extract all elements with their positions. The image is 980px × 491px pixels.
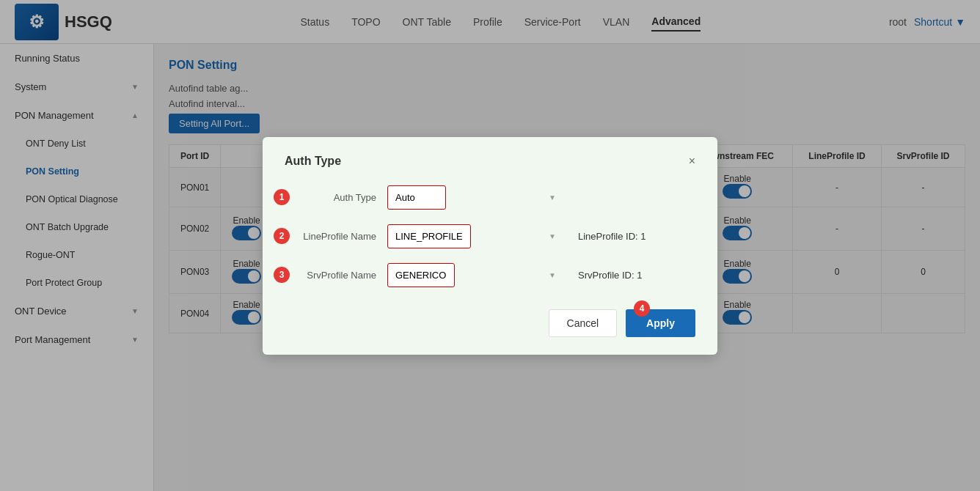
line-profile-select-wrapper: LINE_PROFILE — [387, 224, 563, 248]
auth-type-row: 1 Auth Type Auto Manual Password — [285, 185, 695, 210]
srv-profile-label: SrvProfile Name — [285, 270, 387, 281]
auth-type-label: Auth Type — [285, 192, 387, 203]
line-profile-select[interactable]: LINE_PROFILE — [387, 224, 471, 248]
srv-profile-select-wrapper: GENERICO — [387, 263, 563, 287]
auth-type-select[interactable]: Auto Manual Password — [387, 185, 446, 210]
line-profile-label: LineProfile Name — [285, 231, 387, 242]
cancel-button[interactable]: Cancel — [549, 309, 618, 337]
close-button[interactable]: × — [689, 155, 695, 168]
modal-overlay: Auth Type × 1 Auth Type Auto Manual Pass… — [0, 0, 980, 491]
srv-profile-row: 3 SrvProfile Name GENERICO SrvProfile ID… — [285, 263, 695, 287]
step-3-badge: 3 — [274, 267, 290, 283]
auth-type-modal: Auth Type × 1 Auth Type Auto Manual Pass… — [263, 137, 717, 355]
srv-profile-select[interactable]: GENERICO — [387, 263, 455, 287]
line-profile-row: 2 LineProfile Name LINE_PROFILE LineProf… — [285, 224, 695, 248]
modal-title: Auth Type — [285, 155, 341, 168]
step-1-badge: 1 — [274, 189, 290, 205]
modal-header: Auth Type × — [285, 155, 695, 168]
auth-type-select-wrapper: Auto Manual Password — [387, 185, 563, 210]
srv-profile-id-text: SrvProfile ID: — [578, 270, 635, 281]
line-profile-id-label: LineProfile ID: 1 — [578, 231, 646, 242]
modal-footer: 4 Cancel Apply — [285, 309, 695, 337]
srv-profile-id-label: SrvProfile ID: 1 — [578, 270, 642, 281]
line-profile-id-value: 1 — [640, 231, 646, 242]
srv-profile-id-value: 1 — [637, 270, 642, 281]
step-2-badge: 2 — [274, 228, 290, 244]
step-4-badge: 4 — [634, 300, 650, 317]
line-profile-id-text: LineProfile ID: — [578, 231, 638, 242]
